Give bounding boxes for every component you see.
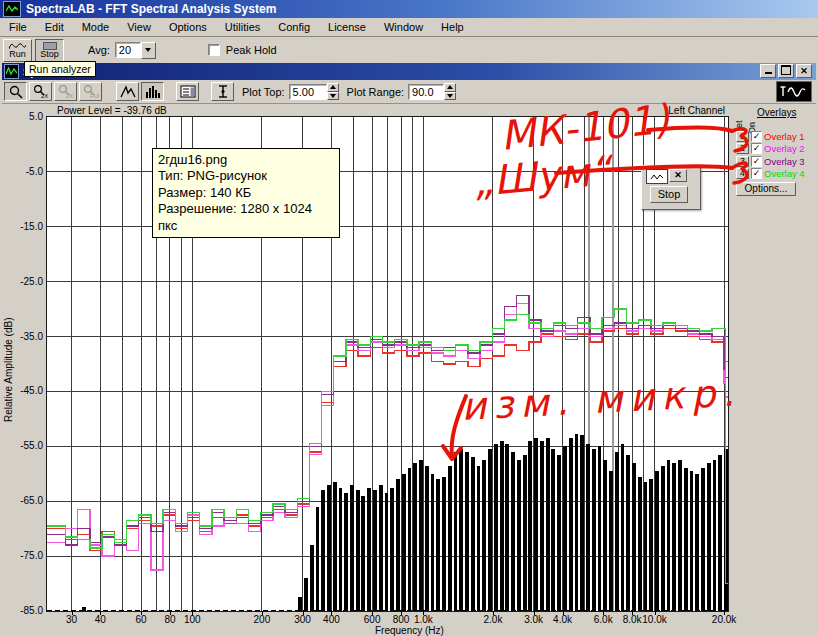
run-button-tooltip: Run analyzer	[24, 61, 96, 77]
spectralab-app: SpectraLAB - FFT Spectral Analysis Syste…	[0, 0, 818, 636]
plot-top-spinner[interactable]	[327, 83, 339, 100]
overlays-options-button[interactable]: Options...	[736, 182, 796, 196]
overlay-set-button-2[interactable]: 2	[736, 143, 749, 154]
y-axis-title: Relative Amplitude (dB)	[3, 318, 14, 423]
peak-marker-button[interactable]	[116, 82, 139, 101]
run-button[interactable]: Run	[3, 39, 32, 62]
mini-close-button[interactable]: ✕	[669, 169, 687, 182]
x-axis-title: Frequency (Hz)	[375, 625, 444, 636]
mini-stop-button[interactable]: Stop	[650, 186, 688, 203]
svg-text:2X: 2X	[66, 93, 73, 99]
main-toolbar: Run Stop Avg: 20 Peak Hold	[0, 37, 818, 63]
plot-range-spinner[interactable]	[444, 83, 456, 100]
file-tooltip-line-1: 2гдш16.png	[158, 152, 334, 168]
overlay-label-4: Overlay 4	[764, 168, 805, 179]
y-tick--5.0: -5.0	[5, 166, 43, 177]
x-tickmark	[632, 611, 633, 615]
spectrum-toolbar: 2X 2X FUL Plot Top: 5.00 Plot Range: 90.…	[2, 80, 816, 104]
peak-hold-label: Peak Hold	[226, 44, 277, 56]
menu-view[interactable]: View	[118, 19, 160, 35]
x-tickmark	[534, 611, 535, 615]
overlay-label-2: Overlay 2	[764, 143, 805, 154]
overlay-on-checkbox-3[interactable]: ✓	[751, 156, 762, 167]
x-tickmark	[192, 611, 193, 615]
x-tick-1.0k: 1.0k	[406, 614, 440, 625]
x-tick-200: 200	[245, 614, 279, 625]
overlay-set-button-4[interactable]: 4	[736, 168, 749, 179]
x-tick-20.0k: 20.0k	[707, 614, 741, 625]
overlay-set-button-3[interactable]: 3	[736, 156, 749, 167]
x-tickmark	[100, 611, 101, 615]
x-tick-2.0k: 2.0k	[476, 614, 510, 625]
zoom-in-2x-button[interactable]: 2X	[29, 82, 52, 101]
spectrum-plot[interactable]	[46, 116, 729, 612]
overlay-on-checkbox-1[interactable]: ✓	[751, 131, 762, 142]
y-tick--65.0: -65.0	[5, 495, 43, 506]
plot-range-field[interactable]: 90.0	[408, 84, 444, 100]
file-tooltip-line-5: пкс	[158, 218, 334, 234]
zoom-in-icon: 2X	[33, 84, 49, 99]
x-tick-100: 100	[175, 614, 209, 625]
y-tick-5.0: 5.0	[5, 111, 43, 122]
display-options-button[interactable]	[176, 82, 199, 101]
x-tick-400: 400	[314, 614, 348, 625]
main-title-bar: SpectraLAB - FFT Spectral Analysis Syste…	[0, 0, 818, 18]
plot-top-label: Plot Top:	[242, 86, 285, 98]
maximize-button[interactable]	[778, 64, 794, 78]
app-icon	[3, 1, 21, 17]
x-tickmark	[72, 611, 73, 615]
x-tickmark	[141, 611, 142, 615]
overlay-on-checkbox-2[interactable]: ✓	[751, 143, 762, 154]
x-tickmark	[423, 611, 424, 615]
avg-combobox[interactable]: 20	[115, 42, 141, 58]
close-button[interactable]: ✕	[796, 64, 812, 78]
power-level-readout: Power Level = -39.76 dB	[57, 105, 167, 116]
menu-help[interactable]: Help	[432, 19, 473, 35]
peak-hold-checkbox[interactable]	[208, 44, 220, 56]
menu-window[interactable]: Window	[375, 19, 432, 35]
signal-generator-icon[interactable]	[776, 81, 812, 102]
x-tickmark	[655, 611, 656, 615]
x-tickmark	[262, 611, 263, 615]
menu-license[interactable]: License	[319, 19, 375, 35]
overlays-panel-title: Overlays	[757, 107, 796, 118]
bar-chart-icon	[145, 85, 161, 98]
zoom-out-icon-disabled: 2X	[58, 84, 74, 99]
x-tickmark	[724, 611, 725, 615]
menu-edit[interactable]: Edit	[36, 19, 73, 35]
plot-top-field[interactable]: 5.00	[289, 84, 327, 100]
list-settings-icon	[180, 85, 196, 98]
menu-options[interactable]: Options	[160, 19, 216, 35]
overlay-set-button-1[interactable]: 1	[736, 131, 749, 142]
mini-waveform-button[interactable]	[646, 169, 668, 184]
avg-dropdown-button[interactable]	[141, 42, 156, 59]
zoom-full-icon-disabled: FUL	[83, 84, 99, 99]
file-tooltip-line-3: Размер: 140 КБ	[158, 185, 334, 201]
zoom-out-2x-button[interactable]: 2X	[54, 82, 77, 101]
x-tickmark	[401, 611, 402, 615]
menu-utilities[interactable]: Utilities	[216, 19, 269, 35]
bar-display-button[interactable]	[141, 82, 164, 101]
menu-config[interactable]: Config	[269, 19, 319, 35]
overlay-on-checkbox-4[interactable]: ✓	[751, 168, 762, 179]
avg-label: Avg:	[88, 44, 110, 56]
minimize-button[interactable]	[760, 64, 776, 78]
overlay-row-2: 2✓Overlay 2	[736, 143, 805, 154]
spectrum-window-icon	[4, 64, 19, 79]
x-tick-40: 40	[83, 614, 117, 625]
file-tooltip-line-2: Тип: PNG-рисунок	[158, 168, 334, 184]
overlay-row-1: 1✓Overlay 1	[736, 131, 805, 142]
peak-curve-icon	[120, 85, 136, 98]
stop-button[interactable]: Stop	[35, 39, 64, 62]
y-tick--25.0: -25.0	[5, 276, 43, 287]
marker-tool-button[interactable]	[211, 82, 234, 101]
menu-mode[interactable]: Mode	[73, 19, 119, 35]
zoom-out-full-button[interactable]: FUL	[79, 82, 102, 101]
x-tickmark	[170, 611, 171, 615]
menu-file[interactable]: File	[0, 19, 36, 35]
y-tick--55.0: -55.0	[5, 440, 43, 451]
menu-bar: FileEditModeViewOptionsUtilitiesConfigLi…	[0, 18, 818, 37]
x-tick-4.0k: 4.0k	[546, 614, 580, 625]
zoom-tool-button[interactable]	[4, 82, 27, 101]
y-tick--85.0: -85.0	[5, 605, 43, 616]
